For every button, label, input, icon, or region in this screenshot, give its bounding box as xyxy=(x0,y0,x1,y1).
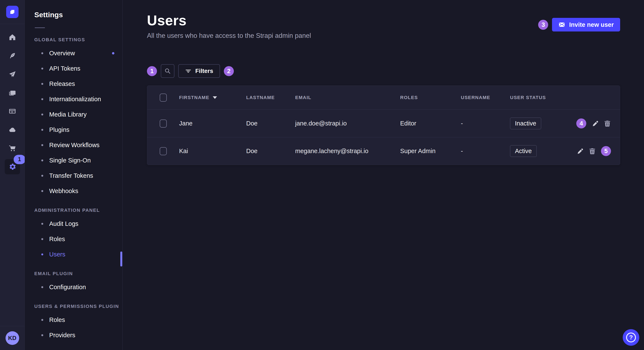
annotation-badge-1: 1 xyxy=(147,66,157,76)
bullet-icon xyxy=(41,286,43,288)
sidebar-item-internationalization[interactable]: Internationalization xyxy=(25,91,122,107)
bullet-icon xyxy=(41,160,43,161)
sidebar-item-media-library[interactable]: Media Library xyxy=(25,107,122,122)
row-checkbox[interactable] xyxy=(160,120,167,128)
row-actions: 4 xyxy=(563,118,620,128)
column-header-firstname[interactable]: FIRSTNAME xyxy=(179,95,246,100)
sidebar-item-label: Overview xyxy=(49,50,75,57)
sidebar-item-single-sign-on[interactable]: Single Sign-On xyxy=(25,153,122,168)
sidebar-item-overview[interactable]: Overview xyxy=(25,45,122,61)
pencil-icon xyxy=(576,148,584,155)
nav-section: EMAIL PLUGINConfiguration xyxy=(25,271,122,295)
cloud-icon[interactable] xyxy=(0,120,24,139)
main-content: Users All the users who have access to t… xyxy=(123,0,644,350)
cell-firstname: Jane xyxy=(179,120,246,127)
sidebar-item-providers[interactable]: Providers xyxy=(25,328,122,343)
envelope-icon xyxy=(558,21,565,28)
sidebar-item-audit-logs[interactable]: Audit Logs xyxy=(25,216,122,231)
cell-email: jane.doe@strapi.io xyxy=(295,120,400,127)
row-checkbox[interactable] xyxy=(160,147,167,155)
row-select-cell xyxy=(147,120,179,128)
column-header-user-status: USER STATUS xyxy=(510,95,563,100)
bullet-icon xyxy=(41,319,43,321)
content-manager-layout-icon[interactable] xyxy=(0,102,24,120)
sidebar-item-webhooks[interactable]: Webhooks xyxy=(25,183,122,199)
pencil-icon xyxy=(592,120,599,127)
cell-user-status: Inactive xyxy=(510,118,563,129)
sidebar-item-label: Webhooks xyxy=(49,187,78,194)
select-all-cell xyxy=(147,94,179,102)
nav-section-title: ADMINISTRATION PANEL xyxy=(25,207,122,213)
subnav-scrollbar-thumb[interactable] xyxy=(120,252,122,266)
trash-icon xyxy=(589,148,596,155)
help-question-icon: ? xyxy=(626,333,636,342)
rail-icons: 1 xyxy=(0,28,24,176)
deploy-paper-plane-icon[interactable] xyxy=(0,65,24,83)
delete-user-button[interactable] xyxy=(589,148,596,155)
trash-icon xyxy=(604,120,611,127)
column-header-email: EMAIL xyxy=(295,95,400,100)
sidebar-item-transfer-tokens[interactable]: Transfer Tokens xyxy=(25,168,122,183)
help-button[interactable]: ? xyxy=(623,329,639,346)
content-type-builder-feather-icon[interactable] xyxy=(0,46,24,65)
users-table: FIRSTNAME LASTNAME EMAIL ROLES USERNAME … xyxy=(147,85,620,165)
bullet-icon xyxy=(41,68,43,70)
sidebar-item-plugins[interactable]: Plugins xyxy=(25,122,122,137)
select-all-checkbox[interactable] xyxy=(160,94,167,102)
sidebar-item-label: Roles xyxy=(49,236,65,243)
invite-wrap: 3 Invite new user xyxy=(538,18,620,31)
delete-user-button[interactable] xyxy=(604,120,611,127)
user-avatar[interactable]: KD xyxy=(6,331,19,345)
cell-email: megane.lacheny@strapi.io xyxy=(295,148,400,155)
sidebar-item-label: API Tokens xyxy=(49,65,80,72)
sidebar-item-roles[interactable]: Roles xyxy=(25,231,122,247)
bullet-icon xyxy=(41,190,43,192)
nav-section-title: USERS & PERMISSIONS PLUGIN xyxy=(25,304,122,309)
sidebar-item-label: Internationalization xyxy=(49,96,101,103)
cell-lastname: Doe xyxy=(246,120,295,127)
annotation-badge-5: 5 xyxy=(601,146,611,156)
bullet-icon xyxy=(41,144,43,146)
annotation-badge-4: 4 xyxy=(576,118,586,128)
cell-username: - xyxy=(461,120,510,127)
marketplace-cart-icon[interactable] xyxy=(0,139,24,157)
sidebar-item-label: Audit Logs xyxy=(49,220,78,227)
bullet-icon xyxy=(41,253,43,255)
invite-new-user-button[interactable]: Invite new user xyxy=(552,18,620,31)
bullet-icon xyxy=(41,129,43,131)
strapi-logo-icon xyxy=(8,8,16,16)
sidebar-item-label: Configuration xyxy=(49,284,86,291)
search-button[interactable] xyxy=(161,64,174,78)
column-header-roles: ROLES xyxy=(400,95,461,100)
settings-gear-active[interactable]: 1 xyxy=(5,159,20,174)
search-icon xyxy=(164,68,171,74)
sidebar-item-configuration[interactable]: Configuration xyxy=(25,279,122,295)
sidebar-item-users[interactable]: Users xyxy=(25,247,122,262)
strapi-logo[interactable] xyxy=(6,6,18,18)
nav-section-title: GLOBAL SETTINGS xyxy=(25,37,122,42)
sidebar-item-api-tokens[interactable]: API Tokens xyxy=(25,61,122,76)
sidebar-item-label: Releases xyxy=(49,80,75,87)
title-block: Users All the users who have access to t… xyxy=(147,12,311,39)
nav-section: USERS & PERMISSIONS PLUGINRolesProviders xyxy=(25,304,122,343)
sidebar-item-review-workflows[interactable]: Review Workflows xyxy=(25,137,122,153)
annotation-badge-3: 3 xyxy=(538,20,548,30)
home-icon[interactable] xyxy=(0,28,24,46)
nav-section-title: EMAIL PLUGIN xyxy=(25,271,122,276)
sidebar-item-roles[interactable]: Roles xyxy=(25,312,122,328)
page-title: Users xyxy=(147,12,311,28)
column-header-username: USERNAME xyxy=(461,95,510,100)
bullet-icon xyxy=(41,223,43,225)
edit-user-button[interactable] xyxy=(592,120,599,127)
media-library-images-icon[interactable] xyxy=(0,83,24,102)
edit-user-button[interactable] xyxy=(576,148,584,155)
filters-button[interactable]: Filters xyxy=(178,64,220,78)
notification-dot xyxy=(112,52,114,54)
sidebar-item-releases[interactable]: Releases xyxy=(25,76,122,91)
cell-firstname: Kai xyxy=(179,148,246,155)
page-subtitle: All the users who have access to the Str… xyxy=(147,32,311,39)
settings-rail-slot[interactable]: 1 xyxy=(0,157,24,176)
settings-notification-badge: 1 xyxy=(14,155,26,164)
sidebar-item-label: Single Sign-On xyxy=(49,157,91,164)
bullet-icon xyxy=(41,175,43,177)
